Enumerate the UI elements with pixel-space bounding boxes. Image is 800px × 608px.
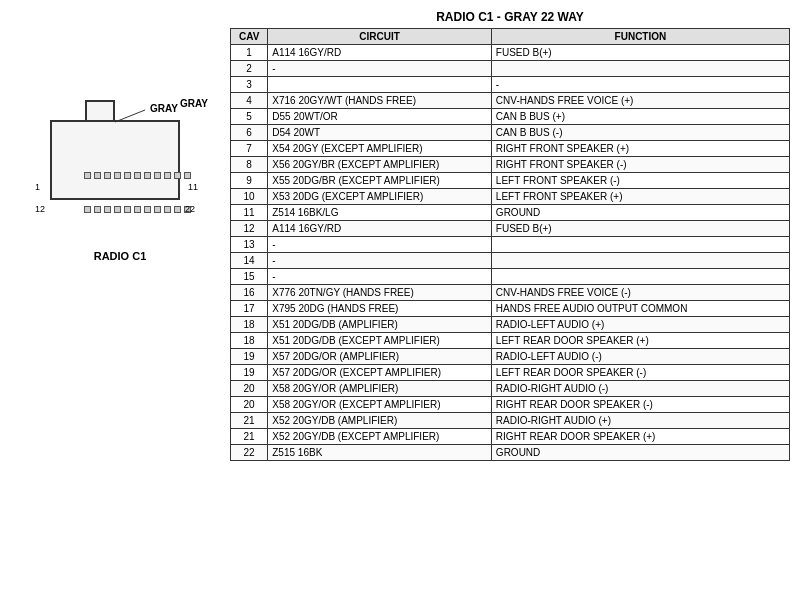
cell-19-1: X57 20DG/OR (AMPLIFIER) bbox=[268, 349, 492, 365]
table-row: 19X57 20DG/OR (AMPLIFIER)RADIO-LEFT AUDI… bbox=[231, 349, 790, 365]
cell-4-1: D55 20WT/OR bbox=[268, 109, 492, 125]
cell-13-2 bbox=[491, 253, 789, 269]
table-row: 1A114 16GY/RDFUSED B(+) bbox=[231, 45, 790, 61]
table-row: 9X55 20DG/BR (EXCEPT AMPLIFIER)LEFT FRON… bbox=[231, 173, 790, 189]
table-row: 11Z514 16BK/LGGROUND bbox=[231, 205, 790, 221]
cell-11-0: 12 bbox=[231, 221, 268, 237]
cell-8-0: 9 bbox=[231, 173, 268, 189]
cell-18-0: 18 bbox=[231, 333, 268, 349]
pin bbox=[174, 172, 181, 179]
cell-20-2: LEFT REAR DOOR SPEAKER (-) bbox=[491, 365, 789, 381]
cell-2-1 bbox=[268, 77, 492, 93]
pin bbox=[134, 206, 141, 213]
left-panel: GRAY GRAY 1 12 11 22 RADIO C1 bbox=[10, 10, 230, 598]
cell-23-0: 21 bbox=[231, 413, 268, 429]
wiring-table: CAV CIRCUIT FUNCTION 1A114 16GY/RDFUSED … bbox=[230, 28, 790, 461]
table-row: 19X57 20DG/OR (EXCEPT AMPLIFIER)LEFT REA… bbox=[231, 365, 790, 381]
pin bbox=[144, 206, 151, 213]
header-function: FUNCTION bbox=[491, 29, 789, 45]
cell-14-2 bbox=[491, 269, 789, 285]
cell-0-2: FUSED B(+) bbox=[491, 45, 789, 61]
table-row: 16X776 20TN/GY (HANDS FREE)CNV-HANDS FRE… bbox=[231, 285, 790, 301]
cell-25-0: 22 bbox=[231, 445, 268, 461]
table-row: 6D54 20WTCAN B BUS (-) bbox=[231, 125, 790, 141]
pin bbox=[134, 172, 141, 179]
cell-7-0: 8 bbox=[231, 157, 268, 173]
pin bbox=[164, 172, 171, 179]
table-header-row: CAV CIRCUIT FUNCTION bbox=[231, 29, 790, 45]
table-row: 4X716 20GY/WT (HANDS FREE)CNV-HANDS FREE… bbox=[231, 93, 790, 109]
table-row: 20X58 20GY/OR (AMPLIFIER)RADIO-RIGHT AUD… bbox=[231, 381, 790, 397]
table-row: 22Z515 16BKGROUND bbox=[231, 445, 790, 461]
cell-1-1: - bbox=[268, 61, 492, 77]
pin bbox=[154, 206, 161, 213]
table-row: 2- bbox=[231, 61, 790, 77]
table-row: 5D55 20WT/ORCAN B BUS (+) bbox=[231, 109, 790, 125]
table-title: RADIO C1 - GRAY 22 WAY bbox=[230, 10, 790, 24]
cell-7-1: X56 20GY/BR (EXCEPT AMPLIFIER) bbox=[268, 157, 492, 173]
svg-text:GRAY: GRAY bbox=[150, 103, 178, 114]
pin bbox=[184, 206, 191, 213]
table-row: 8X56 20GY/BR (EXCEPT AMPLIFIER)RIGHT FRO… bbox=[231, 157, 790, 173]
pin bbox=[84, 206, 91, 213]
gray-label: GRAY bbox=[180, 98, 208, 109]
cell-19-2: RADIO-LEFT AUDIO (-) bbox=[491, 349, 789, 365]
cell-16-0: 17 bbox=[231, 301, 268, 317]
table-body: 1A114 16GY/RDFUSED B(+)2-3-4X716 20GY/WT… bbox=[231, 45, 790, 461]
cell-5-1: D54 20WT bbox=[268, 125, 492, 141]
cell-20-1: X57 20DG/OR (EXCEPT AMPLIFIER) bbox=[268, 365, 492, 381]
pin bbox=[84, 172, 91, 179]
pin bbox=[144, 172, 151, 179]
cell-24-0: 21 bbox=[231, 429, 268, 445]
cell-6-0: 7 bbox=[231, 141, 268, 157]
cell-25-1: Z515 16BK bbox=[268, 445, 492, 461]
right-panel: RADIO C1 - GRAY 22 WAY CAV CIRCUIT FUNCT… bbox=[230, 10, 790, 598]
cell-2-0: 3 bbox=[231, 77, 268, 93]
table-row: 18X51 20DG/DB (EXCEPT AMPLIFIER)LEFT REA… bbox=[231, 333, 790, 349]
table-row: 21X52 20GY/DB (AMPLIFIER)RADIO-RIGHT AUD… bbox=[231, 413, 790, 429]
table-row: 12A114 16GY/RDFUSED B(+) bbox=[231, 221, 790, 237]
pin-row-top bbox=[76, 167, 198, 184]
cell-16-2: HANDS FREE AUDIO OUTPUT COMMON bbox=[491, 301, 789, 317]
table-row: 10X53 20DG (EXCEPT AMPLIFIER)LEFT FRONT … bbox=[231, 189, 790, 205]
cell-21-2: RADIO-RIGHT AUDIO (-) bbox=[491, 381, 789, 397]
header-circuit: CIRCUIT bbox=[268, 29, 492, 45]
cell-12-2 bbox=[491, 237, 789, 253]
connector-diagram: GRAY GRAY 1 12 11 22 bbox=[30, 90, 210, 230]
cell-17-1: X51 20DG/DB (AMPLIFIER) bbox=[268, 317, 492, 333]
pin bbox=[104, 172, 111, 179]
cell-14-0: 15 bbox=[231, 269, 268, 285]
table-row: 17X795 20DG (HANDS FREE)HANDS FREE AUDIO… bbox=[231, 301, 790, 317]
cell-0-0: 1 bbox=[231, 45, 268, 61]
svg-text:12: 12 bbox=[35, 204, 45, 214]
cell-23-2: RADIO-RIGHT AUDIO (+) bbox=[491, 413, 789, 429]
cell-12-0: 13 bbox=[231, 237, 268, 253]
pin bbox=[94, 206, 101, 213]
cell-10-2: GROUND bbox=[491, 205, 789, 221]
cell-8-1: X55 20DG/BR (EXCEPT AMPLIFIER) bbox=[268, 173, 492, 189]
cell-15-2: CNV-HANDS FREE VOICE (-) bbox=[491, 285, 789, 301]
pin bbox=[114, 172, 121, 179]
cell-8-2: LEFT FRONT SPEAKER (-) bbox=[491, 173, 789, 189]
cell-1-0: 2 bbox=[231, 61, 268, 77]
cell-13-0: 14 bbox=[231, 253, 268, 269]
cell-23-1: X52 20GY/DB (AMPLIFIER) bbox=[268, 413, 492, 429]
cell-5-2: CAN B BUS (-) bbox=[491, 125, 789, 141]
table-row: 20X58 20GY/OR (EXCEPT AMPLIFIER)RIGHT RE… bbox=[231, 397, 790, 413]
table-row: 7X54 20GY (EXCEPT AMPLIFIER)RIGHT FRONT … bbox=[231, 141, 790, 157]
cell-20-0: 19 bbox=[231, 365, 268, 381]
cell-7-2: RIGHT FRONT SPEAKER (-) bbox=[491, 157, 789, 173]
cell-4-0: 5 bbox=[231, 109, 268, 125]
connector-inner bbox=[74, 154, 200, 230]
cell-5-0: 6 bbox=[231, 125, 268, 141]
pin bbox=[164, 206, 171, 213]
cell-18-1: X51 20DG/DB (EXCEPT AMPLIFIER) bbox=[268, 333, 492, 349]
cell-9-0: 10 bbox=[231, 189, 268, 205]
cell-11-2: FUSED B(+) bbox=[491, 221, 789, 237]
pin bbox=[104, 206, 111, 213]
pin bbox=[124, 172, 131, 179]
cell-9-2: LEFT FRONT SPEAKER (+) bbox=[491, 189, 789, 205]
cell-17-2: RADIO-LEFT AUDIO (+) bbox=[491, 317, 789, 333]
cell-2-2: - bbox=[491, 77, 789, 93]
cell-9-1: X53 20DG (EXCEPT AMPLIFIER) bbox=[268, 189, 492, 205]
